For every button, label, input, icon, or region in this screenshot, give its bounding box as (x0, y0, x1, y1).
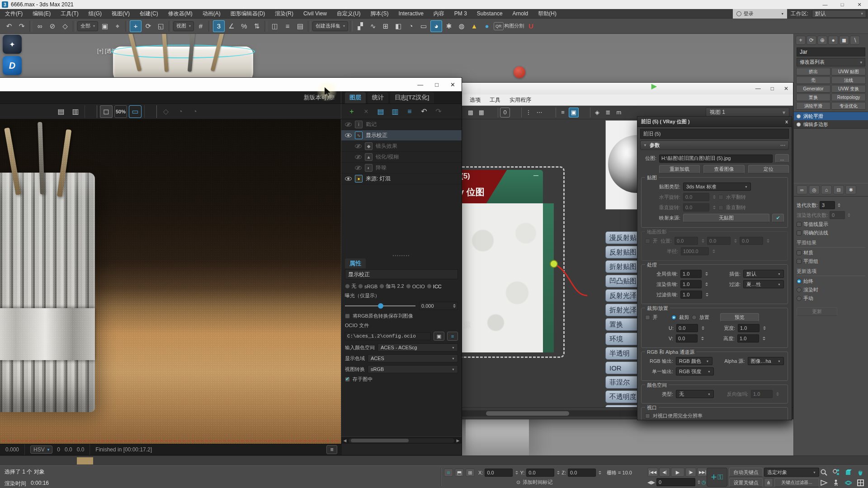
stamp-icon[interactable]: ≡ (326, 445, 337, 454)
delete-layer-icon[interactable]: × (360, 105, 373, 118)
visibility-eye-icon[interactable] (355, 166, 362, 170)
undo-icon[interactable]: ↶ (3, 20, 15, 32)
ocio-path-field[interactable]: C:\aces_1.2\config.ocio (345, 332, 431, 340)
folder-icon[interactable]: ▣ (434, 332, 444, 341)
material-icon[interactable]: m (614, 108, 624, 117)
display-gamut-dropdown[interactable]: ACES (368, 354, 458, 362)
list-icon[interactable]: ≡ (558, 108, 568, 117)
h-flip-checkbox[interactable] (718, 195, 723, 200)
teapot-outline-icon[interactable]: ◔ (189, 105, 201, 118)
view-transform-dropdown[interactable]: sRGB (368, 365, 458, 373)
track-bar[interactable] (0, 455, 868, 465)
unlink-icon[interactable]: ⊘ (47, 20, 58, 32)
globe-icon[interactable]: ◍ (456, 20, 467, 32)
sep-material-checkbox[interactable] (797, 250, 802, 255)
slate-tool-icon[interactable] (580, 108, 590, 117)
selected-object-dropdown[interactable]: 选定对象 (764, 468, 819, 477)
slate-minimize-button[interactable]: — (755, 85, 761, 92)
render-mult-field[interactable]: 1.0 (680, 280, 702, 288)
vfb-close-button[interactable]: ✕ (450, 81, 455, 88)
render-setup-icon[interactable]: ◔ (405, 20, 417, 32)
select-link-icon[interactable]: ∞ (34, 20, 46, 32)
set-key-big-button[interactable]: + (707, 468, 727, 487)
add-time-tag[interactable]: ⊙添加时间标记 (516, 479, 552, 486)
menu-item[interactable]: 修改器(M) (163, 10, 198, 17)
map-type-dropdown[interactable]: 3ds Max 标准 (683, 183, 751, 191)
slate-tool-icon[interactable] (512, 108, 522, 117)
render-icon[interactable]: ◕ (430, 20, 442, 32)
key-filters-button[interactable]: 关键点过滤器... (774, 478, 819, 487)
parameters-rollout[interactable]: ▼参数 ▪▪▪ (640, 141, 789, 150)
object-name-field[interactable]: Jar (797, 47, 865, 56)
stereo-icon[interactable]: ◇ (160, 105, 172, 118)
layer-redo-icon[interactable]: ↷ (432, 105, 445, 118)
modifier-button[interactable]: UVW 变换 (831, 85, 866, 93)
display-tab-icon[interactable]: ◼ (839, 36, 849, 45)
auto-key-button[interactable]: 自动关键点 (729, 468, 763, 477)
ground-on-checkbox[interactable] (645, 239, 650, 244)
modifier-stack-row[interactable]: 涡轮平滑 (794, 112, 868, 120)
bulb-icon[interactable] (797, 122, 801, 127)
menu-item[interactable]: 脚本(S) (365, 10, 393, 17)
modifier-button[interactable]: Retopology (831, 94, 866, 101)
next-frame-button[interactable]: |▶ (685, 468, 696, 477)
y-coordinate-field[interactable]: 0.0 (526, 469, 554, 477)
toolbar-icon[interactable] (29, 21, 32, 32)
locate-button[interactable]: 定位 (748, 165, 789, 174)
place-radio[interactable] (692, 315, 697, 320)
node-collapse-icon[interactable]: — (533, 173, 538, 178)
menu-item[interactable]: 动画(A) (198, 10, 226, 17)
zoom-level-button[interactable]: 50% (114, 105, 127, 118)
colorspace-radio[interactable]: sRGB (358, 284, 377, 289)
mapping-check-button[interactable]: ✔ (772, 214, 784, 222)
vfb-maximize-button[interactable]: □ (435, 81, 439, 88)
utilities-tab-icon[interactable]: ∖ (850, 36, 860, 45)
stack-icon[interactable]: ≣ (603, 108, 613, 117)
toolbar-icon[interactable] (169, 21, 171, 32)
vfb-layer-row[interactable]: ◐ 降噪 (341, 163, 462, 174)
reload-button[interactable]: 重新加载 (659, 165, 700, 174)
modifier-button[interactable]: 挤出 (796, 68, 830, 75)
key-steps-icon[interactable]: ⋔ (764, 478, 773, 487)
motion-tab-icon[interactable]: ● (828, 36, 838, 45)
menu-item[interactable]: Substance (472, 10, 508, 17)
select-object-icon[interactable]: ▣ (99, 20, 111, 32)
zoom-extents-icon[interactable] (842, 467, 854, 477)
background-icon[interactable]: ▩ (466, 108, 476, 117)
bind-icon[interactable]: ◇ (59, 20, 71, 32)
x-coordinate-field[interactable]: 0.0 (485, 469, 513, 477)
visibility-eye-icon[interactable] (345, 177, 352, 181)
mapping-source-button[interactable]: 无贴图 (683, 214, 769, 222)
zoom-icon[interactable] (818, 467, 830, 477)
select-by-name-icon[interactable]: ⌖ (112, 20, 123, 32)
preview-button[interactable]: 预览 (720, 313, 759, 322)
isoline-checkbox[interactable] (797, 222, 802, 227)
set-key-button[interactable]: 设置关键点 (729, 478, 763, 487)
material-editor-icon[interactable]: ◧ (392, 20, 404, 32)
uv-tool-icon[interactable]: U (525, 20, 537, 32)
play-button[interactable]: ▶ (671, 468, 684, 477)
configure-sets-icon[interactable]: ✱ (845, 185, 856, 194)
render-when-radio[interactable] (797, 287, 802, 292)
filter-mult-field[interactable]: 1.0 (680, 291, 702, 299)
reference-coordinate-dropdown[interactable]: 视图 (173, 21, 194, 31)
layer-list-icon[interactable]: ≡ (403, 105, 416, 118)
view-image-button[interactable]: 查看图像 (703, 165, 744, 174)
colorspace-radio[interactable]: 伽马 2.2 (379, 283, 404, 290)
fit-frame-icon[interactable]: ▭ (129, 105, 142, 118)
sphere-icon[interactable]: ● (481, 20, 493, 32)
vfb-titlebar[interactable]: — □ ✕ (0, 78, 462, 91)
clear-image-icon[interactable]: ▥ (69, 105, 82, 118)
v-flip-checkbox[interactable] (718, 205, 723, 210)
toolbar-icon[interactable] (308, 21, 311, 32)
align-icon[interactable]: ≡ (282, 20, 293, 32)
tool-icon[interactable]: ✱ (443, 20, 455, 32)
exposure-field[interactable]: 0.000 (419, 302, 458, 310)
orbit-icon[interactable] (842, 478, 854, 488)
modifier-button[interactable]: 法线 (831, 76, 866, 84)
vfb-tool-icon[interactable] (144, 105, 157, 118)
colorspace-radio[interactable]: ICC (427, 284, 442, 289)
output-socket[interactable] (550, 260, 558, 268)
composition-split-button[interactable]: 构图分割 (505, 20, 524, 32)
slate-menu-item[interactable]: 实用程序 (505, 96, 536, 104)
